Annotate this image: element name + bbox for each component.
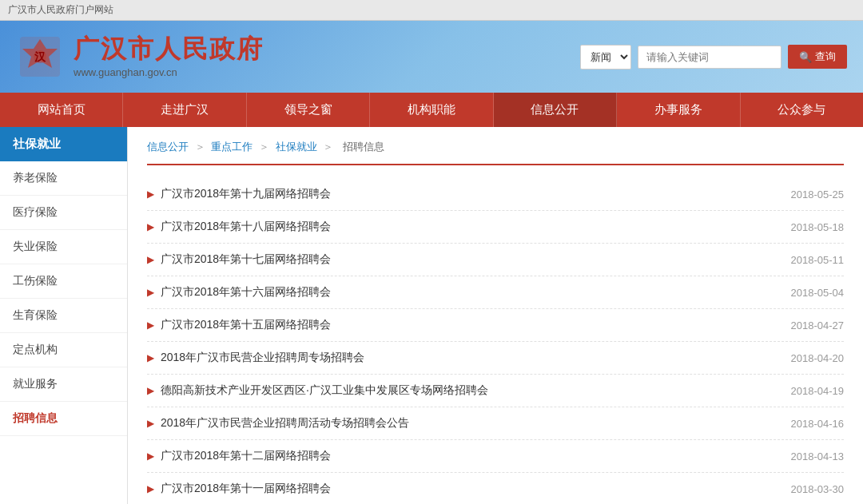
article-title: 广汉市2018年第十九届网络招聘会 xyxy=(161,187,331,201)
breadcrumb-sep-2: ＞ xyxy=(259,141,272,153)
article-date: 2018-04-19 xyxy=(791,385,845,397)
article-title: 广汉市2018年第十七届网络招聘会 xyxy=(161,252,331,267)
article-item: ▶广汉市2018年第十一届网络招聘会2018-03-30 xyxy=(147,473,844,504)
logo-url: www.guanghan.gov.cn xyxy=(74,66,264,78)
article-link[interactable]: ▶2018年广汉市民营企业招聘周专场招聘会 xyxy=(147,351,775,365)
article-list: ▶广汉市2018年第十九届网络招聘会2018-05-25▶广汉市2018年第十八… xyxy=(147,178,844,504)
sidebar-item-工伤保险[interactable]: 工伤保险 xyxy=(0,264,127,299)
logo-area: 汉 广汉市人民政府 www.guanghan.gov.cn xyxy=(16,33,264,81)
article-date: 2018-05-25 xyxy=(791,189,845,200)
breadcrumb-sep-1: ＞ xyxy=(195,141,209,153)
arrow-icon: ▶ xyxy=(147,418,154,429)
nav-item-领导之窗[interactable]: 领导之窗 xyxy=(247,93,370,127)
breadcrumb-link-2[interactable]: 重点工作 xyxy=(211,141,253,153)
article-item: ▶广汉市2018年第十九届网络招聘会2018-05-25 xyxy=(147,178,844,211)
breadcrumb: 信息公开 ＞ 重点工作 ＞ 社保就业 ＞ 招聘信息 xyxy=(147,140,844,165)
article-item: ▶广汉市2018年第十二届网络招聘会2018-04-13 xyxy=(147,440,844,473)
article-link[interactable]: ▶广汉市2018年第十五届网络招聘会 xyxy=(147,318,775,332)
article-date: 2018-04-20 xyxy=(791,352,845,364)
browser-tab: 广汉市人民政府门户网站 xyxy=(0,0,863,21)
nav-item-机构职能[interactable]: 机构职能 xyxy=(370,93,493,127)
breadcrumb-link-3[interactable]: 社保就业 xyxy=(276,141,317,153)
article-item: ▶广汉市2018年第十六届网络招聘会2018-05-04 xyxy=(147,276,844,309)
nav-item-网站首页[interactable]: 网站首页 xyxy=(0,93,123,127)
arrow-icon: ▶ xyxy=(147,221,154,232)
content-area: 信息公开 ＞ 重点工作 ＞ 社保就业 ＞ 招聘信息 ▶广汉市2018年第十九届网… xyxy=(128,127,863,504)
arrow-icon: ▶ xyxy=(147,319,154,331)
arrow-icon: ▶ xyxy=(147,450,154,462)
article-date: 2018-05-04 xyxy=(791,287,845,299)
header: 汉 广汉市人民政府 www.guanghan.gov.cn 新闻 🔍 查询 xyxy=(0,21,863,93)
arrow-icon: ▶ xyxy=(147,352,154,363)
article-title: 广汉市2018年第十六届网络招聘会 xyxy=(161,285,331,300)
article-date: 2018-04-27 xyxy=(791,319,845,331)
article-item: ▶德阳高新技术产业开发区西区·广汉工业集中发展区专场网络招聘会2018-04-1… xyxy=(147,375,844,407)
article-link[interactable]: ▶广汉市2018年第十六届网络招聘会 xyxy=(147,285,775,300)
nav-item-公众参与[interactable]: 公众参与 xyxy=(741,93,863,127)
sidebar-header: 社保就业 xyxy=(0,127,127,161)
article-link[interactable]: ▶广汉市2018年第十一届网络招聘会 xyxy=(147,482,775,496)
nav-item-办事服务[interactable]: 办事服务 xyxy=(617,93,740,127)
article-title: 广汉市2018年第十一届网络招聘会 xyxy=(161,482,331,496)
article-date: 2018-04-13 xyxy=(791,450,845,462)
main-nav: 网站首页走进广汉领导之窗机构职能信息公开办事服务公众参与 xyxy=(0,93,863,127)
sidebar-items: 养老保险医疗保险失业保险工伤保险生育保险定点机构就业服务招聘信息 xyxy=(0,161,127,436)
logo-icon: 汉 xyxy=(16,33,64,81)
article-link[interactable]: ▶2018年广汉市民营企业招聘周活动专场招聘会公告 xyxy=(147,416,775,431)
nav-item-信息公开[interactable]: 信息公开 xyxy=(494,93,617,127)
breadcrumb-current: 招聘信息 xyxy=(343,141,384,153)
main-content: 社保就业 养老保险医疗保险失业保险工伤保险生育保险定点机构就业服务招聘信息 信息… xyxy=(0,127,863,504)
search-icon: 🔍 xyxy=(799,51,812,63)
search-area: 新闻 🔍 查询 xyxy=(580,45,847,69)
article-item: ▶广汉市2018年第十五届网络招聘会2018-04-27 xyxy=(147,309,844,342)
logo-title: 广汉市人民政府 xyxy=(74,35,264,63)
article-item: ▶2018年广汉市民营企业招聘周专场招聘会2018-04-20 xyxy=(147,342,844,375)
article-link[interactable]: ▶广汉市2018年第十二届网络招聘会 xyxy=(147,449,775,463)
article-link[interactable]: ▶广汉市2018年第十八届网络招聘会 xyxy=(147,220,775,234)
arrow-icon: ▶ xyxy=(147,385,154,396)
article-title: 广汉市2018年第十八届网络招聘会 xyxy=(161,220,331,234)
search-type-select[interactable]: 新闻 xyxy=(580,45,631,69)
logo-text: 广汉市人民政府 www.guanghan.gov.cn xyxy=(74,35,264,77)
search-button[interactable]: 🔍 查询 xyxy=(788,45,847,69)
article-link[interactable]: ▶德阳高新技术产业开发区西区·广汉工业集中发展区专场网络招聘会 xyxy=(147,383,775,398)
arrow-icon: ▶ xyxy=(147,483,154,494)
article-title: 广汉市2018年第十五届网络招聘会 xyxy=(161,318,331,332)
article-date: 2018-05-11 xyxy=(791,254,845,266)
arrow-icon: ▶ xyxy=(147,189,154,200)
sidebar-item-养老保险[interactable]: 养老保险 xyxy=(0,161,127,196)
arrow-icon: ▶ xyxy=(147,287,154,298)
article-title: 2018年广汉市民营企业招聘周活动专场招聘会公告 xyxy=(161,416,409,431)
article-item: ▶广汉市2018年第十八届网络招聘会2018-05-18 xyxy=(147,211,844,244)
article-date: 2018-04-16 xyxy=(791,418,845,430)
sidebar-item-生育保险[interactable]: 生育保险 xyxy=(0,299,127,333)
arrow-icon: ▶ xyxy=(147,254,154,265)
article-title: 2018年广汉市民营企业招聘周专场招聘会 xyxy=(161,351,364,365)
nav-item-走进广汉[interactable]: 走进广汉 xyxy=(123,93,246,127)
tab-title: 广汉市人民政府门户网站 xyxy=(8,4,113,15)
article-date: 2018-05-18 xyxy=(791,221,845,233)
sidebar-item-失业保险[interactable]: 失业保险 xyxy=(0,230,127,264)
sidebar-item-就业服务[interactable]: 就业服务 xyxy=(0,367,127,402)
article-link[interactable]: ▶广汉市2018年第十七届网络招聘会 xyxy=(147,252,775,267)
breadcrumb-sep-3: ＞ xyxy=(323,141,336,153)
sidebar: 社保就业 养老保险医疗保险失业保险工伤保险生育保险定点机构就业服务招聘信息 xyxy=(0,127,128,504)
article-item: ▶广汉市2018年第十七届网络招聘会2018-05-11 xyxy=(147,244,844,276)
article-item: ▶2018年广汉市民营企业招聘周活动专场招聘会公告2018-04-16 xyxy=(147,407,844,440)
svg-text:汉: 汉 xyxy=(34,51,46,63)
sidebar-item-定点机构[interactable]: 定点机构 xyxy=(0,333,127,367)
search-input[interactable] xyxy=(638,46,781,69)
breadcrumb-link-1[interactable]: 信息公开 xyxy=(147,141,189,153)
article-title: 广汉市2018年第十二届网络招聘会 xyxy=(161,449,331,463)
sidebar-item-医疗保险[interactable]: 医疗保险 xyxy=(0,196,127,230)
article-title: 德阳高新技术产业开发区西区·广汉工业集中发展区专场网络招聘会 xyxy=(161,383,488,398)
sidebar-item-招聘信息[interactable]: 招聘信息 xyxy=(0,402,127,436)
article-date: 2018-03-30 xyxy=(791,483,845,495)
article-link[interactable]: ▶广汉市2018年第十九届网络招聘会 xyxy=(147,187,775,201)
